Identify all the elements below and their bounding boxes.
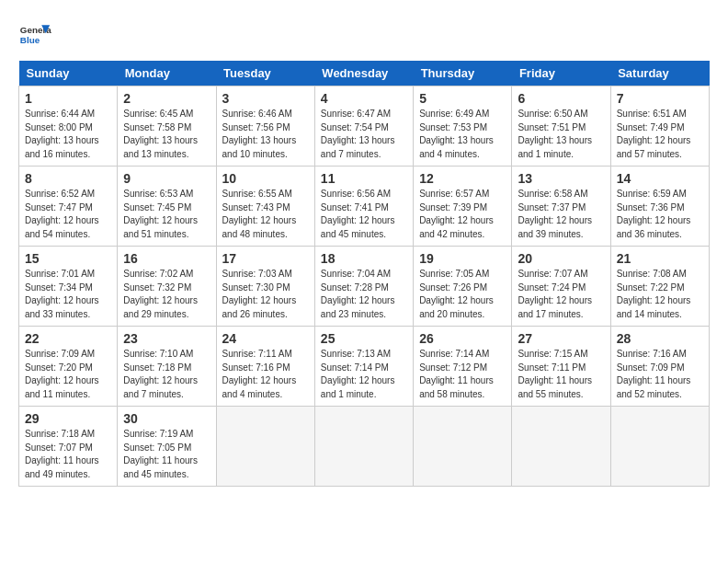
day-info: Sunrise: 6:44 AMSunset: 8:00 PMDaylight:… <box>25 109 99 159</box>
day-number: 14 <box>617 171 703 186</box>
day-number: 9 <box>123 171 210 186</box>
calendar-day: 4Sunrise: 6:47 AMSunset: 7:54 PMDaylight… <box>314 86 413 167</box>
calendar-day: 18Sunrise: 7:04 AMSunset: 7:28 PMDayligh… <box>314 247 413 327</box>
calendar-day: 2Sunrise: 6:45 AMSunset: 7:58 PMDaylight… <box>118 86 216 167</box>
calendar-day: 21Sunrise: 7:08 AMSunset: 7:22 PMDayligh… <box>610 247 709 327</box>
calendar-day: 30Sunrise: 7:19 AMSunset: 7:05 PMDayligh… <box>118 407 216 487</box>
day-number: 18 <box>321 251 407 266</box>
day-number: 6 <box>518 91 604 106</box>
weekday-header: Wednesday <box>314 61 413 86</box>
day-info: Sunrise: 7:05 AMSunset: 7:26 PMDaylight:… <box>419 269 494 319</box>
day-number: 5 <box>419 91 506 106</box>
day-info: Sunrise: 7:08 AMSunset: 7:22 PMDaylight:… <box>617 269 691 319</box>
calendar-day: 13Sunrise: 6:58 AMSunset: 7:37 PMDayligh… <box>512 167 610 247</box>
calendar-day: 6Sunrise: 6:50 AMSunset: 7:51 PMDaylight… <box>512 86 610 167</box>
day-info: Sunrise: 6:46 AMSunset: 7:56 PMDaylight:… <box>222 109 297 159</box>
logo-icon: General Blue <box>18 18 51 52</box>
day-number: 23 <box>123 331 210 346</box>
day-info: Sunrise: 7:14 AMSunset: 7:12 PMDaylight:… <box>419 349 494 399</box>
day-number: 15 <box>25 251 111 266</box>
day-number: 13 <box>518 171 604 186</box>
calendar-day <box>216 407 314 487</box>
calendar-day <box>512 407 610 487</box>
day-info: Sunrise: 6:58 AMSunset: 7:37 PMDaylight:… <box>518 189 592 239</box>
day-number: 29 <box>25 411 111 426</box>
day-number: 25 <box>321 331 407 346</box>
day-number: 24 <box>222 331 309 346</box>
logo: General Blue <box>18 18 51 52</box>
calendar-day: 19Sunrise: 7:05 AMSunset: 7:26 PMDayligh… <box>414 247 512 327</box>
day-info: Sunrise: 7:19 AMSunset: 7:05 PMDaylight:… <box>123 429 198 479</box>
day-number: 22 <box>25 331 111 346</box>
calendar-day: 5Sunrise: 6:49 AMSunset: 7:53 PMDaylight… <box>414 86 512 167</box>
day-info: Sunrise: 7:10 AMSunset: 7:18 PMDaylight:… <box>123 349 198 399</box>
day-info: Sunrise: 7:02 AMSunset: 7:32 PMDaylight:… <box>123 269 198 319</box>
day-number: 7 <box>617 91 703 106</box>
day-info: Sunrise: 6:57 AMSunset: 7:39 PMDaylight:… <box>419 189 494 239</box>
day-number: 20 <box>518 251 604 266</box>
calendar-day: 1Sunrise: 6:44 AMSunset: 8:00 PMDaylight… <box>19 86 118 167</box>
weekday-header-row: SundayMondayTuesdayWednesdayThursdayFrid… <box>19 61 710 86</box>
page-header: General Blue <box>18 18 710 52</box>
svg-text:Blue: Blue <box>20 35 40 45</box>
day-info: Sunrise: 7:15 AMSunset: 7:11 PMDaylight:… <box>518 349 592 399</box>
calendar-day: 25Sunrise: 7:13 AMSunset: 7:14 PMDayligh… <box>314 327 413 407</box>
day-info: Sunrise: 6:50 AMSunset: 7:51 PMDaylight:… <box>518 109 592 159</box>
day-info: Sunrise: 7:03 AMSunset: 7:30 PMDaylight:… <box>222 269 297 319</box>
day-info: Sunrise: 7:01 AMSunset: 7:34 PMDaylight:… <box>25 269 99 319</box>
day-number: 3 <box>222 91 309 106</box>
calendar-day: 28Sunrise: 7:16 AMSunset: 7:09 PMDayligh… <box>610 327 709 407</box>
weekday-header: Tuesday <box>216 61 314 86</box>
day-info: Sunrise: 6:51 AMSunset: 7:49 PMDaylight:… <box>617 109 691 159</box>
calendar-day: 15Sunrise: 7:01 AMSunset: 7:34 PMDayligh… <box>19 247 118 327</box>
day-info: Sunrise: 6:49 AMSunset: 7:53 PMDaylight:… <box>419 109 494 159</box>
day-info: Sunrise: 7:07 AMSunset: 7:24 PMDaylight:… <box>518 269 592 319</box>
day-info: Sunrise: 7:18 AMSunset: 7:07 PMDaylight:… <box>25 429 99 479</box>
day-number: 27 <box>518 331 604 346</box>
calendar-day: 20Sunrise: 7:07 AMSunset: 7:24 PMDayligh… <box>512 247 610 327</box>
calendar-day <box>610 407 709 487</box>
day-number: 1 <box>25 91 111 106</box>
day-info: Sunrise: 7:16 AMSunset: 7:09 PMDaylight:… <box>617 349 691 399</box>
calendar-day: 3Sunrise: 6:46 AMSunset: 7:56 PMDaylight… <box>216 86 314 167</box>
calendar-day: 27Sunrise: 7:15 AMSunset: 7:11 PMDayligh… <box>512 327 610 407</box>
calendar-day: 10Sunrise: 6:55 AMSunset: 7:43 PMDayligh… <box>216 167 314 247</box>
day-number: 2 <box>123 91 210 106</box>
day-number: 11 <box>321 171 407 186</box>
day-number: 19 <box>419 251 506 266</box>
day-info: Sunrise: 7:04 AMSunset: 7:28 PMDaylight:… <box>321 269 395 319</box>
day-number: 26 <box>419 331 506 346</box>
calendar-day: 11Sunrise: 6:56 AMSunset: 7:41 PMDayligh… <box>314 167 413 247</box>
calendar-week: 8Sunrise: 6:52 AMSunset: 7:47 PMDaylight… <box>19 167 710 247</box>
calendar-day <box>314 407 413 487</box>
day-info: Sunrise: 6:53 AMSunset: 7:45 PMDaylight:… <box>123 189 198 239</box>
calendar-day <box>414 407 512 487</box>
calendar-day: 22Sunrise: 7:09 AMSunset: 7:20 PMDayligh… <box>19 327 118 407</box>
weekday-header: Monday <box>118 61 216 86</box>
calendar-day: 16Sunrise: 7:02 AMSunset: 7:32 PMDayligh… <box>118 247 216 327</box>
day-number: 4 <box>321 91 407 106</box>
day-info: Sunrise: 7:11 AMSunset: 7:16 PMDaylight:… <box>222 349 297 399</box>
calendar-table: SundayMondayTuesdayWednesdayThursdayFrid… <box>18 61 710 487</box>
day-info: Sunrise: 6:52 AMSunset: 7:47 PMDaylight:… <box>25 189 99 239</box>
weekday-header: Thursday <box>414 61 512 86</box>
day-info: Sunrise: 6:56 AMSunset: 7:41 PMDaylight:… <box>321 189 395 239</box>
day-number: 8 <box>25 171 111 186</box>
calendar-week: 1Sunrise: 6:44 AMSunset: 8:00 PMDaylight… <box>19 86 710 167</box>
day-info: Sunrise: 6:59 AMSunset: 7:36 PMDaylight:… <box>617 189 691 239</box>
weekday-header: Saturday <box>610 61 709 86</box>
calendar-week: 29Sunrise: 7:18 AMSunset: 7:07 PMDayligh… <box>19 407 710 487</box>
calendar-day: 9Sunrise: 6:53 AMSunset: 7:45 PMDaylight… <box>118 167 216 247</box>
calendar-day: 29Sunrise: 7:18 AMSunset: 7:07 PMDayligh… <box>19 407 118 487</box>
day-number: 16 <box>123 251 210 266</box>
calendar-day: 7Sunrise: 6:51 AMSunset: 7:49 PMDaylight… <box>610 86 709 167</box>
calendar-day: 17Sunrise: 7:03 AMSunset: 7:30 PMDayligh… <box>216 247 314 327</box>
weekday-header: Friday <box>512 61 610 86</box>
day-number: 30 <box>123 411 210 426</box>
day-number: 17 <box>222 251 309 266</box>
calendar-day: 26Sunrise: 7:14 AMSunset: 7:12 PMDayligh… <box>414 327 512 407</box>
weekday-header: Sunday <box>19 61 118 86</box>
day-number: 12 <box>419 171 506 186</box>
day-info: Sunrise: 6:47 AMSunset: 7:54 PMDaylight:… <box>321 109 395 159</box>
calendar-day: 8Sunrise: 6:52 AMSunset: 7:47 PMDaylight… <box>19 167 118 247</box>
